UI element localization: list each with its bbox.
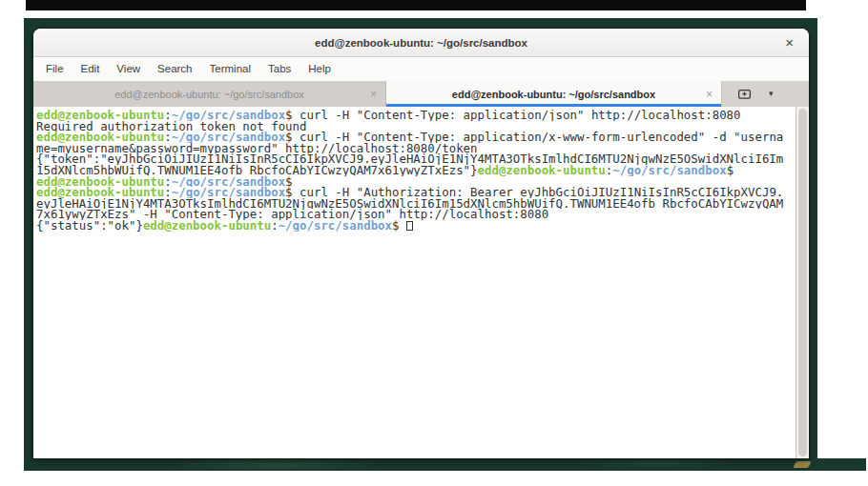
scrollbar[interactable] xyxy=(796,107,809,458)
scrollbar-thumb[interactable] xyxy=(798,109,807,456)
terminal-line: 7x61ywyZTxEzs" -H "Content-Type: applica… xyxy=(36,209,809,220)
new-tab-button[interactable] xyxy=(737,88,752,100)
menu-item-tabs[interactable]: Tabs xyxy=(259,57,300,81)
terminal-text-segment: $ xyxy=(392,220,406,232)
terminal-text-segment: edd@zenbook-ubuntu xyxy=(36,176,164,188)
terminal-line: edd@zenbook-ubuntu:~/go/src/sandbox$ xyxy=(36,176,809,188)
top-panel xyxy=(26,0,806,10)
terminal-text-segment: ~/go/src/sandbox xyxy=(172,187,285,198)
terminal-text-segment: eyJleHAiOjE1NjY4MTA3OTksImlhdCI6MTU2Njgw… xyxy=(36,198,783,210)
terminal-text-segment: 7x61ywyZTxEzs" -H "Content-Type: applica… xyxy=(36,209,548,220)
terminal-text-segment: edd@zenbook-ubuntu xyxy=(36,132,164,143)
tab-terminal-1[interactable]: edd@zenbook-ubuntu: ~/go/src/sandbox × xyxy=(33,81,386,107)
wallpaper-highlight xyxy=(793,461,811,468)
terminal-text-segment: edd@zenbook-ubuntu xyxy=(143,220,271,232)
terminal-line: 15dXNlcm5hbWUifQ.TWNUM1EE4ofb_RbcfoCAbYI… xyxy=(36,165,809,176)
terminal-line: edd@zenbook-ubuntu:~/go/src/sandbox$ cur… xyxy=(36,132,809,143)
tab-terminal-2[interactable]: edd@zenbook-ubuntu: ~/go/src/sandbox × xyxy=(386,81,722,107)
terminal-text-segment: : xyxy=(164,187,171,198)
tab-close-icon[interactable]: × xyxy=(370,88,377,99)
terminal-screen[interactable]: edd@zenbook-ubuntu:~/go/src/sandbox$ cur… xyxy=(33,107,809,458)
tab-label: edd@zenbook-ubuntu: ~/go/src/sandbox xyxy=(114,89,304,100)
menu-item-edit[interactable]: Edit xyxy=(72,57,109,81)
terminal-text-segment: edd@zenbook-ubuntu xyxy=(36,110,164,121)
terminal-text-segment: ~/go/src/sandbox xyxy=(172,176,285,188)
terminal-text-segment: 15dXNlcm5hbWUifQ.TWNUM1EE4ofb_RbcfoCAbYI… xyxy=(36,165,478,176)
terminal-line: {"token":"eyJhbGciOiJIUzI1NiIsInR5cCI6Ik… xyxy=(36,153,809,165)
tab-new-icon xyxy=(737,88,752,100)
terminal-text-segment: $ curl -H "Authorization: Bearer eyJhbGc… xyxy=(285,187,783,198)
menu-item-search[interactable]: Search xyxy=(149,57,200,81)
desktop: edd@zenbook-ubuntu: ~/go/src/sandbox × F… xyxy=(0,0,868,486)
terminal-text-segment: $ curl -H "Content-Type: application/jso… xyxy=(285,110,740,121)
tab-label: edd@zenbook-ubuntu: ~/go/src/sandbox xyxy=(452,89,655,100)
terminal-line: eyJleHAiOjE1NjY4MTA3OTksImlhdCI6MTU2Njgw… xyxy=(36,198,809,210)
terminal-line: edd@zenbook-ubuntu:~/go/src/sandbox$ cur… xyxy=(36,110,809,121)
title-bar[interactable]: edd@zenbook-ubuntu: ~/go/src/sandbox × xyxy=(33,29,809,57)
terminal-text-segment: ~/go/src/sandbox xyxy=(172,132,285,143)
terminal-text-segment: ~/go/src/sandbox xyxy=(279,220,392,232)
terminal-text-segment: me=myusername&password=mypassword" http:… xyxy=(36,143,478,154)
terminal-text-segment: : xyxy=(271,220,278,232)
terminal-text-segment: $ xyxy=(285,176,292,188)
wallpaper-bottom-strip xyxy=(24,458,866,471)
terminal-text-segment: Required authorization token not found xyxy=(36,121,306,132)
terminal-text-segment: {"token":"eyJhbGciOiJIUzI1NiIsInR5cCI6Ik… xyxy=(36,153,783,165)
terminal-text-segment: {"status":"ok"} xyxy=(36,220,143,232)
terminal-text-segment: $ xyxy=(727,165,734,176)
terminal-text-segment: ~/go/src/sandbox xyxy=(172,110,285,121)
terminal-line: {"status":"ok"}edd@zenbook-ubuntu:~/go/s… xyxy=(36,220,809,232)
tab-close-icon[interactable]: × xyxy=(706,88,713,99)
window-title: edd@zenbook-ubuntu: ~/go/src/sandbox xyxy=(315,37,527,49)
menu-item-help[interactable]: Help xyxy=(300,57,340,81)
close-icon[interactable]: × xyxy=(785,34,794,49)
terminal-text-segment: ~/go/src/sandbox xyxy=(612,165,726,176)
tab-bar-extras: ▾ xyxy=(722,81,809,107)
terminal-window: edd@zenbook-ubuntu: ~/go/src/sandbox × F… xyxy=(33,29,809,458)
menu-bar: File Edit View Search Terminal Tabs Help xyxy=(33,57,809,81)
tab-bar: edd@zenbook-ubuntu: ~/go/src/sandbox × e… xyxy=(33,81,809,107)
chevron-down-icon[interactable]: ▾ xyxy=(769,90,774,98)
terminal-output: edd@zenbook-ubuntu:~/go/src/sandbox$ cur… xyxy=(36,110,809,232)
terminal-text-segment: edd@zenbook-ubuntu xyxy=(478,165,606,176)
terminal-line: me=myusername&password=mypassword" http:… xyxy=(36,143,809,154)
menu-item-file[interactable]: File xyxy=(37,57,72,81)
terminal-text-segment: : xyxy=(164,110,171,121)
menu-item-terminal[interactable]: Terminal xyxy=(201,57,259,81)
terminal-cursor xyxy=(406,221,413,231)
terminal-text-segment: : xyxy=(164,176,171,188)
terminal-text-segment: : xyxy=(164,132,171,143)
menu-item-view[interactable]: View xyxy=(108,57,149,81)
terminal-text-segment: edd@zenbook-ubuntu xyxy=(36,187,164,198)
terminal-line: Required authorization token not found xyxy=(36,121,809,132)
terminal-line: edd@zenbook-ubuntu:~/go/src/sandbox$ cur… xyxy=(36,187,809,198)
terminal-text-segment: $ curl -H "Content-Type: application/x-w… xyxy=(285,132,783,143)
